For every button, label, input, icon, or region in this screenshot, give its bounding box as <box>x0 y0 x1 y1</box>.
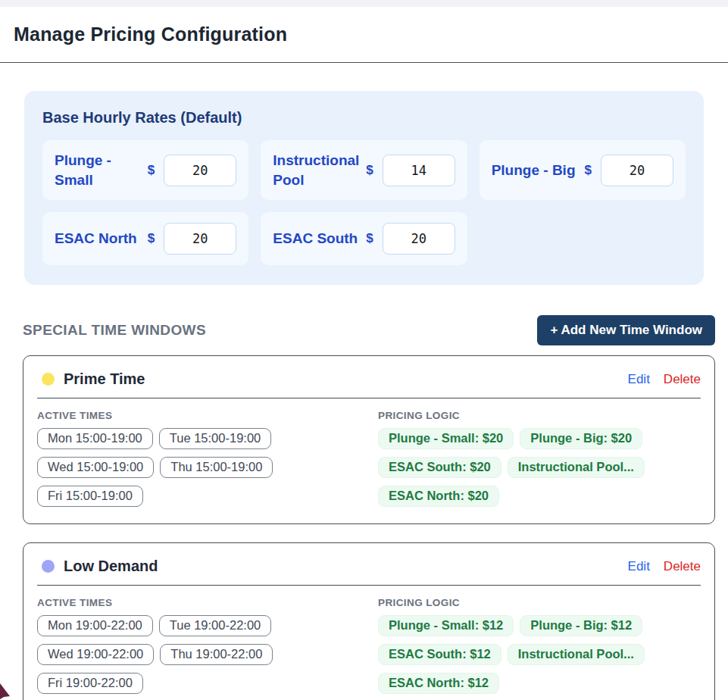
price-chip: Plunge - Small: $20 <box>378 428 514 449</box>
time-chip: Wed 15:00-19:00 <box>37 457 154 478</box>
base-rates-grid: Plunge - Small $ Instructional Pool $ Pl… <box>42 140 686 265</box>
edit-link[interactable]: Edit <box>628 372 650 387</box>
rate-input-instructional-pool[interactable] <box>383 155 455 186</box>
time-chip: Thu 15:00-19:00 <box>160 457 273 478</box>
window-color-dot <box>42 560 55 573</box>
rate-label: ESAC South <box>273 229 366 248</box>
pricing-logic-label: PRICING LOGIC <box>378 597 701 608</box>
card-header: Low Demand Edit Delete <box>23 543 714 585</box>
active-times-chips: Mon 15:00-19:00 Tue 15:00-19:00 Wed 15:0… <box>37 428 360 507</box>
time-chip: Thu 19:00-22:00 <box>160 644 273 665</box>
active-times-column: ACTIVE TIMES Mon 15:00-19:00 Tue 15:00-1… <box>37 410 360 507</box>
card-body: ACTIVE TIMES Mon 19:00-22:00 Tue 19:00-2… <box>23 586 714 700</box>
window-color-dot <box>42 373 55 386</box>
active-times-chips: Mon 19:00-22:00 Tue 19:00-22:00 Wed 19:0… <box>37 615 360 694</box>
page-header: Manage Pricing Configuration <box>0 7 728 63</box>
pricing-logic-column: PRICING LOGIC Plunge - Small: $12 Plunge… <box>378 597 701 694</box>
rate-card-plunge-big: Plunge - Big $ <box>480 140 686 200</box>
card-header: Prime Time Edit Delete <box>23 356 714 398</box>
rate-card-esac-north: ESAC North $ <box>42 212 248 265</box>
rate-label: Instructional Pool <box>273 151 366 189</box>
rate-label: Plunge - Small <box>55 151 148 189</box>
card-body: ACTIVE TIMES Mon 15:00-19:00 Tue 15:00-1… <box>23 398 714 523</box>
time-window-card-low-demand: Low Demand Edit Delete ACTIVE TIMES Mon … <box>23 542 715 700</box>
currency-symbol: $ <box>148 163 155 178</box>
rate-card-instructional-pool: Instructional Pool $ <box>261 140 467 200</box>
time-chip: Tue 15:00-19:00 <box>159 428 271 449</box>
card-actions: Edit Delete <box>628 559 701 574</box>
price-chip: ESAC North: $20 <box>378 486 499 507</box>
time-chip: Fri 19:00-22:00 <box>37 673 143 694</box>
pricing-logic-label: PRICING LOGIC <box>378 410 701 421</box>
price-chip: Instructional Pool... <box>508 457 645 478</box>
currency-symbol: $ <box>366 231 373 246</box>
time-chip: Wed 19:00-22:00 <box>37 644 154 665</box>
rate-input-plunge-small[interactable] <box>164 155 236 186</box>
price-chip: Plunge - Big: $20 <box>520 428 642 449</box>
main-content: Base Hourly Rates (Default) Plunge - Sma… <box>0 91 728 700</box>
rate-label: Plunge - Big <box>492 161 585 180</box>
top-strip <box>0 0 728 7</box>
window-title: Prime Time <box>64 370 628 388</box>
price-chip: Instructional Pool... <box>508 644 645 665</box>
price-chip: ESAC North: $12 <box>378 673 499 694</box>
rate-input-esac-south[interactable] <box>383 223 455 255</box>
time-chip: Mon 15:00-19:00 <box>37 428 153 449</box>
card-actions: Edit Delete <box>628 372 701 387</box>
price-chip: ESAC South: $20 <box>378 457 501 478</box>
price-chip: ESAC South: $12 <box>378 644 501 665</box>
edit-link[interactable]: Edit <box>628 559 650 574</box>
special-windows-header-row: SPECIAL TIME WINDOWS + Add New Time Wind… <box>23 315 715 345</box>
add-time-window-button[interactable]: + Add New Time Window <box>537 315 715 345</box>
time-window-card-prime-time: Prime Time Edit Delete ACTIVE TIMES Mon … <box>23 355 715 524</box>
base-rates-title: Base Hourly Rates (Default) <box>42 109 686 127</box>
time-chip: Tue 19:00-22:00 <box>159 615 271 636</box>
page-title: Manage Pricing Configuration <box>14 23 287 45</box>
pricing-logic-column: PRICING LOGIC Plunge - Small: $20 Plunge… <box>378 410 701 507</box>
rate-card-esac-south: ESAC South $ <box>261 212 467 265</box>
rate-input-esac-north[interactable] <box>164 223 236 255</box>
currency-symbol: $ <box>148 231 155 246</box>
pricing-logic-chips: Plunge - Small: $20 Plunge - Big: $20 ES… <box>378 428 701 507</box>
active-times-label: ACTIVE TIMES <box>37 597 360 608</box>
delete-link[interactable]: Delete <box>664 559 701 574</box>
currency-symbol: $ <box>366 163 373 178</box>
time-chip: Fri 15:00-19:00 <box>37 486 143 507</box>
base-rates-panel: Base Hourly Rates (Default) Plunge - Sma… <box>24 91 704 285</box>
price-chip: Plunge - Small: $12 <box>378 615 514 636</box>
window-title: Low Demand <box>64 558 628 575</box>
active-times-column: ACTIVE TIMES Mon 19:00-22:00 Tue 19:00-2… <box>37 597 360 694</box>
special-windows-heading: SPECIAL TIME WINDOWS <box>23 322 206 339</box>
rate-input-plunge-big[interactable] <box>601 155 673 186</box>
delete-link[interactable]: Delete <box>664 372 701 387</box>
currency-symbol: $ <box>585 163 592 178</box>
price-chip: Plunge - Big: $12 <box>520 615 642 636</box>
pricing-logic-chips: Plunge - Small: $12 Plunge - Big: $12 ES… <box>378 615 701 694</box>
time-chip: Mon 19:00-22:00 <box>37 615 153 636</box>
rate-label: ESAC North <box>55 229 148 248</box>
rate-card-plunge-small: Plunge - Small $ <box>42 140 248 200</box>
active-times-label: ACTIVE TIMES <box>37 410 360 421</box>
